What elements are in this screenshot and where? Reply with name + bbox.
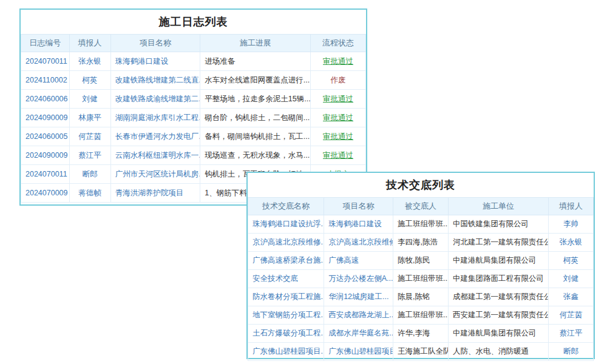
table-header-row: 日志编号填报人项目名称施工进展流程状态: [21, 35, 366, 52]
disclosure-name-cell[interactable]: 防水卷材分项工程施...: [248, 288, 324, 306]
status-cell[interactable]: 审批通过: [311, 109, 366, 127]
column-header-progress: 施工进展: [200, 35, 311, 52]
table-row: 地下室钢筋分项工程...西安成都路龙湖上...施工班组带班...西安建工第一建筑…: [248, 306, 594, 325]
project-name-cell[interactable]: 广州市天河区统计局机房...: [110, 165, 200, 184]
log-id-cell[interactable]: 2024070011: [21, 52, 70, 71]
construction-unit-cell: 河北建工第一建筑有限责任公司: [449, 234, 549, 252]
construction-unit-cell: 中建港航局集团有限公司: [449, 325, 549, 343]
tech-disclosure-table-body: 珠海鹤港口建设抗浮...珠海鹤港口建设施工班组带班...中国铁建集团有限公司李帅…: [248, 215, 594, 361]
table-row: 2024110002柯英改建铁路线增建第二线直...水车对全线遮阳网覆盖点进行.…: [21, 71, 366, 90]
project-name-cell[interactable]: 青海洪湖养护院项目: [110, 184, 200, 203]
project-name-cell[interactable]: 改建铁路成渝线增建第二...: [110, 90, 200, 109]
disclosure-name-cell[interactable]: 地下室钢筋分项工程...: [248, 306, 324, 325]
status-cell[interactable]: 审批通过: [311, 146, 366, 165]
reporter-cell[interactable]: 刘健: [69, 90, 110, 109]
project-name-cell[interactable]: 珠海鹤港口建设: [324, 215, 393, 234]
table-row: 2024070011张永银珠海鹤港口建设进场准备审批通过: [21, 52, 366, 71]
disclosure-name-cell[interactable]: 广佛高速桥梁承台施...: [248, 252, 324, 270]
briefed-person-cell: 施工班组带班...: [393, 306, 448, 325]
project-name-cell[interactable]: 长春市伊通河水力发电厂...: [110, 127, 200, 146]
table-row: 广东佛山碧桂园项目...广东佛山碧桂园项目王海施工队全队人防、水电、消防暖通断郎: [248, 343, 594, 361]
project-name-cell[interactable]: 广东佛山碧桂园项目: [324, 343, 393, 361]
reporter-cell[interactable]: 何芷茵: [69, 127, 110, 146]
table-row: 2024090009蔡江平云南水利枢纽潇明水库一...现场巡查，无积水现象，水马…: [21, 146, 366, 165]
briefed-person-cell: 施工班组带班...: [393, 215, 448, 234]
log-id-cell[interactable]: 2024070009: [21, 184, 70, 203]
column-header-log-id: 日志编号: [21, 35, 70, 52]
table-row: 土石方爆破分项工程...成都水岸华庭名苑...许华,李海中建港航局集团有限公司蔡…: [248, 325, 594, 343]
reporter-cell[interactable]: 张永银: [69, 52, 110, 71]
disclosure-name-cell[interactable]: 土石方爆破分项工程...: [248, 325, 324, 343]
status-cell[interactable]: 作废: [311, 71, 366, 90]
reporter-cell[interactable]: 柯英: [69, 71, 110, 90]
briefed-person-cell: 许华,李海: [393, 325, 448, 343]
progress-cell: 备料，砌间墙钩机排土，瓦工...: [200, 127, 311, 146]
column-header-project-name: 项目名称: [110, 35, 200, 52]
disclosure-name-cell[interactable]: 安全技术交底: [248, 270, 324, 288]
status-cell[interactable]: 审批通过: [311, 52, 366, 71]
project-name-cell[interactable]: 广佛高速: [324, 252, 393, 270]
briefed-person-cell: 陈晨,陈铭: [393, 288, 448, 306]
column-header-reporter: 填报人: [69, 35, 110, 52]
reporter-cell[interactable]: 蒋德帧: [69, 184, 110, 203]
project-name-cell[interactable]: 万达办公楼左侧A...: [324, 270, 393, 288]
reporter-cell[interactable]: 张永银: [549, 234, 594, 252]
status-cell[interactable]: 审批通过: [311, 90, 366, 109]
log-id-cell[interactable]: 2024070011: [21, 165, 70, 184]
construction-unit-cell: 中国铁建集团有限公司: [449, 215, 549, 234]
project-name-cell[interactable]: 云南水利枢纽潇明水库一...: [110, 146, 200, 165]
disclosure-name-cell[interactable]: 广东佛山碧桂园项目...: [248, 343, 324, 361]
table-row: 京沪高速北京段维修...京沪高速北京段维修李四海,陈浩河北建工第一建筑有限责任公…: [248, 234, 594, 252]
project-name-cell[interactable]: 京沪高速北京段维修: [324, 234, 393, 252]
column-header-project-name: 项目名称: [324, 198, 393, 215]
reporter-cell[interactable]: 断郎: [549, 343, 594, 361]
column-header-disclosure-name: 技术交底名称: [248, 198, 324, 215]
reporter-cell[interactable]: 张鑫: [549, 288, 594, 306]
progress-cell: 进场准备: [200, 52, 311, 71]
disclosure-name-cell[interactable]: 珠海鹤港口建设抗浮...: [248, 215, 324, 234]
project-name-cell[interactable]: 湖南洞庭湖水库引水工程...: [110, 109, 200, 127]
log-id-cell[interactable]: 2024110002: [21, 71, 70, 90]
log-id-cell[interactable]: 2024060006: [21, 90, 70, 109]
construction-unit-cell: 西安建工第一建筑有限责任公司: [449, 306, 549, 325]
tech-disclosure-title: 技术交底列表: [248, 173, 594, 197]
column-header-construction-unit: 施工单位: [449, 198, 549, 215]
reporter-cell[interactable]: 柯英: [549, 252, 594, 270]
log-id-cell[interactable]: 2024060005: [21, 127, 70, 146]
table-row: 广佛高速桥梁承台施...广佛高速陈牧,陈民中建港航局集团有限公司柯英: [248, 252, 594, 270]
tech-disclosure-table: 技术交底名称项目名称被交底人施工单位填报人 珠海鹤港口建设抗浮...珠海鹤港口建…: [248, 197, 594, 361]
project-name-cell[interactable]: 成都水岸华庭名苑...: [324, 325, 393, 343]
briefed-person-cell: 陈牧,陈民: [393, 252, 448, 270]
reporter-cell[interactable]: 断郎: [69, 165, 110, 184]
project-name-cell[interactable]: 西安成都路龙湖上...: [324, 306, 393, 325]
table-row: 2024060006刘健改建铁路成渝线增建第二...平整场地，拉走多余泥土15辆…: [21, 90, 366, 109]
progress-cell: 平整场地，拉走多余泥土15辆...: [200, 90, 311, 109]
construction-log-title: 施工日志列表: [21, 10, 366, 34]
column-header-reporter: 填报人: [549, 198, 594, 215]
reporter-cell[interactable]: 李帅: [549, 215, 594, 234]
construction-log-table-head: 日志编号填报人项目名称施工进展流程状态: [21, 35, 366, 52]
reporter-cell[interactable]: 蔡江平: [549, 325, 594, 343]
reporter-cell[interactable]: 林康平: [69, 109, 110, 127]
tech-disclosure-panel: 技术交底列表 技术交底名称项目名称被交底人施工单位填报人 珠海鹤港口建设抗浮..…: [246, 172, 595, 359]
table-row: 防水卷材分项工程施...华润12城房建工...陈晨,陈铭成都建工第一建筑有限责任…: [248, 288, 594, 306]
table-row: 安全技术交底万达办公楼左侧A...施工班组带班...中建集团路面工程有限公司刘健: [248, 270, 594, 288]
table-header-row: 技术交底名称项目名称被交底人施工单位填报人: [248, 198, 594, 215]
project-name-cell[interactable]: 珠海鹤港口建设: [110, 52, 200, 71]
construction-unit-cell: 中建集团路面工程有限公司: [449, 270, 549, 288]
construction-unit-cell: 成都建工第一建筑有限责任公司: [449, 288, 549, 306]
reporter-cell[interactable]: 刘健: [549, 270, 594, 288]
briefed-person-cell: 施工班组带班...: [393, 270, 448, 288]
construction-unit-cell: 人防、水电、消防暖通: [449, 343, 549, 361]
status-cell[interactable]: 审批通过: [311, 127, 366, 146]
log-id-cell[interactable]: 2024090009: [21, 109, 70, 127]
project-name-cell[interactable]: 华润12城房建工...: [324, 288, 393, 306]
reporter-cell[interactable]: 何芷茵: [549, 306, 594, 325]
log-id-cell[interactable]: 2024090009: [21, 146, 70, 165]
construction-unit-cell: 中建港航局集团有限公司: [449, 252, 549, 270]
tech-disclosure-table-head: 技术交底名称项目名称被交底人施工单位填报人: [248, 198, 594, 215]
reporter-cell[interactable]: 蔡江平: [69, 146, 110, 165]
disclosure-name-cell[interactable]: 京沪高速北京段维修...: [248, 234, 324, 252]
table-row: 珠海鹤港口建设抗浮...珠海鹤港口建设施工班组带班...中国铁建集团有限公司李帅: [248, 215, 594, 234]
project-name-cell[interactable]: 改建铁路线增建第二线直...: [110, 71, 200, 90]
